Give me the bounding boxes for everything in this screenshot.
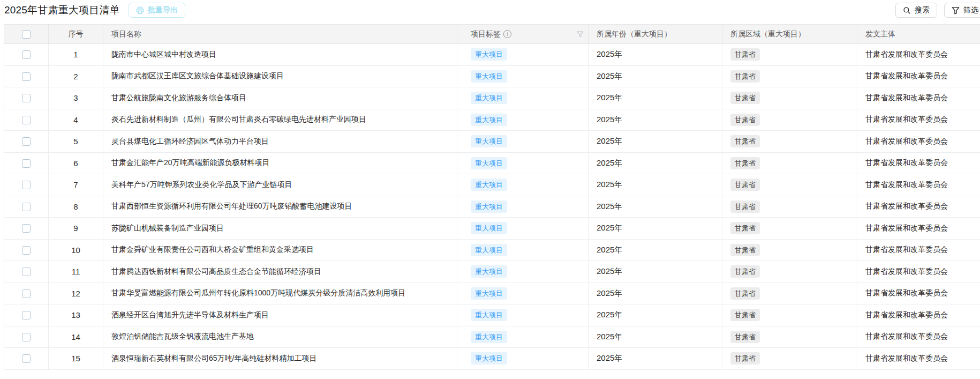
region-badge: 甘肃省 [730, 352, 760, 365]
project-tag-badge: 重大项目 [471, 331, 507, 343]
batch-export-button[interactable]: 批量导出 [129, 3, 185, 18]
row-index: 10 [49, 239, 103, 261]
issuer: 甘肃省发展和改革委员会 [857, 304, 980, 326]
column-header-region: 所属区域（重大项目） [722, 25, 857, 44]
project-year: 2025年 [589, 174, 722, 196]
region-badge: 甘肃省 [730, 244, 760, 256]
issuer: 甘肃省发展和改革委员会 [857, 87, 980, 109]
issuer: 甘肃省发展和改革委员会 [857, 131, 980, 153]
row-checkbox[interactable] [22, 267, 31, 276]
project-year: 2025年 [589, 348, 722, 370]
project-name: 陇南市中心城区城中村改造项目 [103, 44, 457, 66]
row-index: 2 [49, 65, 103, 87]
region-badge: 甘肃省 [730, 200, 760, 213]
project-tag-badge: 重大项目 [471, 114, 507, 126]
project-name: 甘肃腾达西铁新材料有限公司高品质生态合金节能循环经济项目 [103, 261, 457, 283]
table-row: 11 甘肃腾达西铁新材料有限公司高品质生态合金节能循环经济项目 重大项目 202… [4, 261, 980, 283]
tag-column-filter-funnel-icon[interactable] [577, 31, 584, 38]
project-tag-badge: 重大项目 [471, 244, 507, 256]
row-index: 14 [49, 326, 103, 348]
region-badge: 甘肃省 [730, 265, 760, 278]
project-name: 美科年产57万吨钾系列农业类化学品及下游产业链项目 [103, 174, 457, 196]
row-checkbox[interactable] [22, 203, 31, 211]
row-checkbox[interactable] [22, 333, 31, 341]
table-row: 2 陇南市武都区汉王库区文旅综合体基础设施建设项目 重大项目 2025年 甘肃省… [4, 65, 980, 87]
row-checkbox[interactable] [22, 159, 31, 168]
row-checkbox[interactable] [22, 116, 31, 124]
row-checkbox[interactable] [22, 224, 31, 233]
page-title: 2025年甘肃重大项目清单 [4, 3, 120, 18]
batch-export-label: 批量导出 [148, 5, 178, 15]
project-year: 2025年 [589, 196, 722, 218]
table-row: 10 甘肃金舜矿业有限责任公司西和大桥金矿重组和黄金采选项目 重大项目 2025… [4, 239, 980, 261]
issuer: 甘肃省发展和改革委员会 [857, 326, 980, 348]
issuer: 甘肃省发展和改革委员会 [857, 239, 980, 261]
row-index: 3 [49, 87, 103, 109]
row-checkbox[interactable] [22, 72, 31, 81]
table-row: 7 美科年产57万吨钾系列农业类化学品及下游产业链项目 重大项目 2025年 甘… [4, 174, 980, 196]
project-name: 甘肃金汇能年产20万吨高端新能源负极材料项目 [103, 152, 457, 174]
project-name: 灵台县煤电化工循环经济园区气体动力平台项目 [103, 131, 457, 153]
issuer: 甘肃省发展和改革委员会 [857, 196, 980, 218]
region-badge: 甘肃省 [730, 70, 760, 83]
search-button[interactable]: 搜索 [895, 3, 937, 18]
issuer: 甘肃省发展和改革委员会 [857, 283, 980, 304]
issuer: 甘肃省发展和改革委员会 [857, 65, 980, 87]
issuer: 甘肃省发展和改革委员会 [857, 44, 980, 66]
row-checkbox[interactable] [22, 181, 31, 189]
project-tag-badge: 重大项目 [471, 200, 507, 213]
project-name: 甘肃西部恒生资源循环利用有限公司年处理60万吨废铅酸蓄电池建设项目 [103, 196, 457, 218]
row-checkbox[interactable] [22, 246, 31, 255]
region-badge: 甘肃省 [730, 222, 760, 234]
row-index: 8 [49, 196, 103, 218]
row-index: 4 [49, 109, 103, 131]
row-index: 7 [49, 174, 103, 196]
row-index: 6 [49, 152, 103, 174]
table-row: 5 灵台县煤电化工循环经济园区气体动力平台项目 重大项目 2025年 甘肃省 甘… [4, 131, 980, 153]
project-year: 2025年 [589, 65, 722, 87]
issuer: 甘肃省发展和改革委员会 [857, 174, 980, 196]
project-year: 2025年 [589, 44, 722, 66]
row-checkbox[interactable] [22, 311, 31, 319]
project-tag-badge: 重大项目 [471, 135, 507, 147]
project-name: 苏陇矿山机械装备制造产业园项目 [103, 218, 457, 240]
row-checkbox[interactable] [22, 289, 31, 298]
project-tag-badge: 重大项目 [471, 309, 507, 321]
region-badge: 甘肃省 [730, 179, 760, 191]
project-name: 酒泉恒瑞新石英材料有限公司65万吨/年高纯硅材料精加工项目 [103, 348, 457, 370]
region-badge: 甘肃省 [730, 309, 760, 321]
table-row: 3 甘肃公航旅陇南文化旅游服务综合体项目 重大项目 2025年 甘肃省 甘肃省发… [4, 87, 980, 109]
project-year: 2025年 [589, 152, 722, 174]
row-index: 1 [49, 44, 103, 66]
column-header-year: 所属年份（重大项目） [589, 25, 722, 44]
project-name: 甘肃金舜矿业有限责任公司西和大桥金矿重组和黄金采选项目 [103, 239, 457, 261]
project-year: 2025年 [589, 218, 722, 240]
row-checkbox[interactable] [22, 50, 31, 59]
row-checkbox[interactable] [22, 354, 31, 363]
project-name: 炎石先进新材料制造（瓜州）有限公司甘肃炎石零碳绿电先进材料产业园项目 [103, 109, 457, 131]
region-badge: 甘肃省 [730, 92, 760, 104]
project-tag-badge: 重大项目 [471, 48, 507, 61]
issuer: 甘肃省发展和改革委员会 [857, 152, 980, 174]
row-checkbox[interactable] [22, 94, 31, 102]
project-tag-badge: 重大项目 [471, 265, 507, 278]
table-row: 4 炎石先进新材料制造（瓜州）有限公司甘肃炎石零碳绿电先进材料产业园项目 重大项… [4, 109, 980, 131]
project-year: 2025年 [589, 304, 722, 326]
project-name: 甘肃公航旅陇南文化旅游服务综合体项目 [103, 87, 457, 109]
project-year: 2025年 [589, 283, 722, 304]
filter-button[interactable]: 筛选 [944, 3, 980, 18]
row-checkbox[interactable] [22, 137, 31, 146]
region-badge: 甘肃省 [730, 114, 760, 126]
region-badge: 甘肃省 [730, 331, 760, 343]
row-index: 12 [49, 283, 103, 304]
select-all-checkbox[interactable] [22, 30, 31, 39]
row-index: 13 [49, 304, 103, 326]
project-year: 2025年 [589, 261, 722, 283]
column-header-name: 项目名称 [103, 25, 457, 44]
funnel-icon [952, 6, 960, 14]
column-header-tag: 项目标签 i [457, 25, 589, 44]
project-year: 2025年 [589, 87, 722, 109]
table-header-row: 序号 项目名称 项目标签 i 所属年份（重大项目） 所属区域（重大项目） 发文主… [4, 25, 980, 44]
table-row: 1 陇南市中心城区城中村改造项目 重大项目 2025年 甘肃省 甘肃省发展和改革… [4, 44, 980, 66]
project-name: 敦煌泊钒储能吉瓦级全钒液流电池生产基地 [103, 326, 457, 348]
